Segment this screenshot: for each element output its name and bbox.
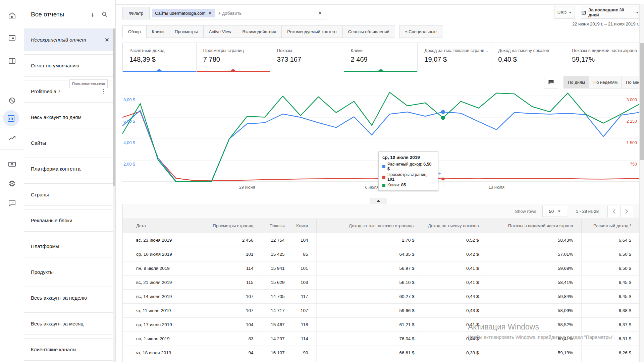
home-icon[interactable] <box>7 10 17 20</box>
filter-add-input[interactable] <box>218 11 313 16</box>
ad-units-icon[interactable] <box>7 56 17 66</box>
table-cell: пн, 8 июля 2019 <box>123 261 196 275</box>
reports-bar-chart-icon[interactable] <box>6 113 16 123</box>
triangle-up-icon <box>376 200 380 202</box>
sidebar-scrollbar-thumb[interactable] <box>113 28 115 186</box>
annotations-button[interactable] <box>544 76 558 88</box>
kebab-menu-icon[interactable]: ⋮ <box>101 88 107 95</box>
metric-card-page-views[interactable]: Просмотры страниц7 780 <box>197 43 270 72</box>
filter-clear-icon[interactable]: ✕ <box>318 10 322 16</box>
table-row[interactable]: вс, 23 июня 20192 45612 7541042,70 $0,52… <box>123 233 639 247</box>
metric-cards: Расчетный доход148,39 $Просмотры страниц… <box>122 43 639 72</box>
column-header-page-rpm[interactable]: Доход за тыс. показов страницы <box>316 219 423 233</box>
table-cell: пн, 1 июля 2019 <box>123 331 196 346</box>
mode-by-week[interactable]: По неделям <box>589 76 622 88</box>
search-icon[interactable] <box>101 11 108 19</box>
table-cell: 6,38 $ <box>581 303 639 317</box>
mode-by-day[interactable]: По дням <box>564 76 589 88</box>
table-cell: 6,45 $ <box>581 275 639 289</box>
ads-icon[interactable] <box>7 33 17 43</box>
sidebar-item-default-report[interactable]: Отчет по умолчанию <box>24 54 115 77</box>
filter-chip-remove-icon[interactable]: ✕ <box>208 11 212 16</box>
metric-card-clicks[interactable]: Клики2 469 <box>344 43 418 72</box>
sidebar-item-content-platform[interactable]: Платформа контента <box>24 158 115 180</box>
table-cell: 85 <box>293 247 316 261</box>
metric-card-impression-rpm[interactable]: Доход на тысячу показов0,40 $ <box>491 43 565 72</box>
sidebar-item-countries[interactable]: Страны <box>24 183 115 206</box>
column-header-date[interactable]: Дата <box>123 219 196 233</box>
column-header-impressions[interactable]: Показы <box>262 219 293 233</box>
tab-overview[interactable]: Обзор <box>122 25 147 38</box>
rows-per-page-select[interactable]: 50 <box>542 206 567 217</box>
table-cell: 101 <box>196 247 262 261</box>
metric-card-viewability[interactable]: Показы в видимой части экрана59,17% <box>565 43 639 72</box>
payments-icon[interactable] <box>7 159 17 169</box>
tooltip-row-text: Расчетный доход: 6,50 $ <box>387 162 434 171</box>
table-cell: 66,61 $ <box>316 346 423 360</box>
column-header-page-views[interactable]: Просмотры страниц <box>196 219 262 233</box>
filter-chip-label: Сайты udermatologa.com <box>155 11 206 16</box>
table-cell: 83 <box>196 331 262 346</box>
main-scrollbar-thumb[interactable] <box>640 43 644 160</box>
table-row[interactable]: пн, 1 июля 20198314 23711476,04 $0,44 $6… <box>123 331 639 346</box>
table-cell: 59,19% <box>487 346 581 360</box>
table-row[interactable]: вс, 14 июля 201910714 70511760,27 $0,44 … <box>123 289 639 303</box>
table-row[interactable]: ср, 10 июля 201910115 4258564,35 $0,42 $… <box>123 247 639 261</box>
sidebar-item-ad-units[interactable]: Рекламные блоки <box>24 209 115 232</box>
table-cell: 58,09% <box>487 303 581 317</box>
tab-interactions[interactable]: Взаимодействия <box>237 25 282 38</box>
metric-card-impressions[interactable]: Показы373 167 <box>270 43 344 72</box>
column-header-estimated-revenue[interactable]: Расчетный доход * <box>581 219 639 233</box>
table-row[interactable]: ср, 17 июля 201910415 46711861,21 $0,41 … <box>123 317 639 331</box>
settings-gear-icon[interactable]: ⚙ <box>7 179 17 189</box>
table-cell: 58,52% <box>487 317 581 331</box>
currency-select[interactable]: USD <box>554 6 575 19</box>
filter-label: Фильтр <box>123 7 150 19</box>
sidebar-item-account-by-week[interactable]: Весь аккаунт за неделю <box>24 287 115 309</box>
sidebar-scrollbar[interactable] <box>113 28 115 362</box>
previous-page-button[interactable] <box>607 206 621 217</box>
sidebar-item-platforms[interactable]: Платформы <box>24 235 115 257</box>
sidebar-item-sites[interactable]: Сайты <box>24 132 115 154</box>
date-range-select[interactable]: За последние 30 дней <box>581 6 639 19</box>
next-page-button[interactable] <box>620 206 633 217</box>
table-row[interactable]: чт, 18 июля 20199416 1079066,61 $0,39 $5… <box>123 346 639 360</box>
calendar-icon <box>581 10 586 15</box>
tab-custom[interactable]: + Специальные <box>399 25 442 38</box>
table-row[interactable]: пн, 8 июля 201911415 94110156,97 $0,41 $… <box>123 261 639 275</box>
optimization-trend-icon[interactable] <box>7 133 17 143</box>
blocking-controls-icon[interactable] <box>7 96 17 106</box>
tab-views[interactable]: Просмотры <box>169 25 204 38</box>
column-header-viewability[interactable]: Показы в видимой части экрана <box>487 219 581 233</box>
main-scrollbar[interactable] <box>639 4 644 362</box>
reports-sidebar: Все отчеты + Несохраненный отчет✕Отчет п… <box>24 0 116 362</box>
table-row[interactable]: вс, 21 июля 201911515 62910356,10 $0,41 … <box>123 275 639 289</box>
sidebar-item-account-by-day[interactable]: Весь аккаунт по дням <box>24 106 115 128</box>
sidebar-item-label: Profitmedia 7 <box>24 88 60 94</box>
sidebar-item-custom-channels[interactable]: Клиентские каналы <box>24 338 115 361</box>
table-row[interactable]: чт, 11 июля 201910714 71710759,66 $0,43 … <box>123 303 639 317</box>
column-header-impression-rpm[interactable]: Доход на тысячу показов <box>423 219 487 233</box>
legend-square-icon <box>382 165 385 168</box>
tab-recommended-content[interactable]: Рекомендуемый контент <box>281 25 342 38</box>
tab-clicks[interactable]: Клики <box>146 25 169 38</box>
metric-card-estimated-revenue[interactable]: Расчетный доход148,39 $ <box>123 43 197 72</box>
table-cell: 0,42 $ <box>423 247 487 261</box>
close-icon[interactable]: ✕ <box>105 36 109 43</box>
collapse-chart-button[interactable] <box>370 198 387 204</box>
feedback-icon[interactable] <box>7 198 17 208</box>
filter-chip[interactable]: Сайты udermatologa.com ✕ <box>152 9 215 17</box>
metric-card-label: Расчетный доход <box>129 48 196 53</box>
chart-granularity-toggle: По днямПо неделямПо месяцам <box>564 76 644 88</box>
add-report-icon[interactable]: + <box>90 11 95 19</box>
sidebar-item-products[interactable]: Продукты <box>24 261 115 283</box>
sidebar-item-unsaved-report[interactable]: Несохраненный отчет✕ <box>24 28 115 51</box>
column-header-clicks[interactable]: Клики <box>293 219 316 233</box>
tab-ad-sessions[interactable]: Сеансы объявлений <box>342 25 395 38</box>
sidebar-item-account-by-month[interactable]: Весь аккаунт за месяц <box>24 312 115 335</box>
tab-active-view[interactable]: Active View <box>203 25 237 38</box>
table-cell: 0,41 $ <box>423 275 487 289</box>
metric-card-page-rpm[interactable]: Доход за тыс. показов страни...19,07 $ <box>418 43 491 72</box>
metric-card-value: 0,40 $ <box>498 56 565 63</box>
reports-active-indicator <box>3 110 19 126</box>
